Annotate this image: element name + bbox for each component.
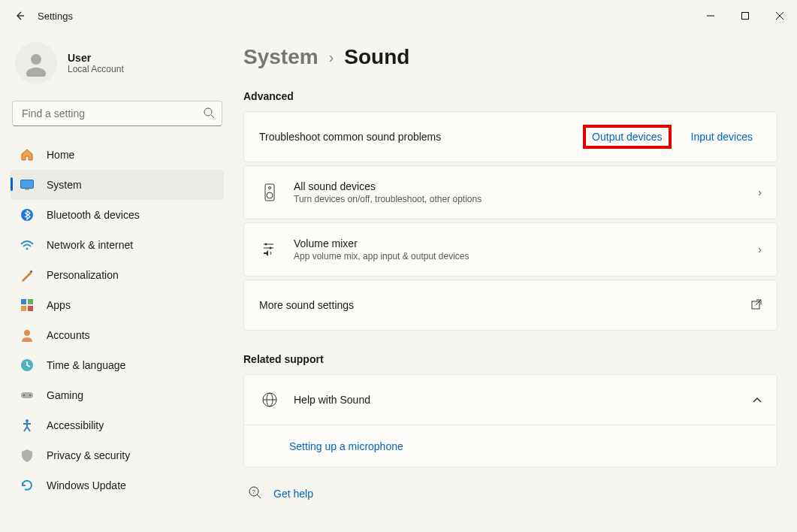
nav-accounts[interactable]: Accounts xyxy=(11,320,224,350)
row-title: Volume mixer xyxy=(294,237,752,249)
user-account-type: Local Account xyxy=(68,64,124,74)
network-icon xyxy=(20,240,35,250)
nav-label: Home xyxy=(47,149,74,161)
svg-rect-19 xyxy=(21,392,33,398)
row-help-sound[interactable]: Help with Sound xyxy=(244,375,777,425)
svg-rect-14 xyxy=(28,299,33,304)
back-button[interactable] xyxy=(6,2,33,29)
apps-icon xyxy=(20,298,35,312)
card-volume-mixer[interactable]: Volume mixer App volume mix, app input &… xyxy=(243,222,777,277)
personalization-icon xyxy=(20,268,35,282)
svg-point-5 xyxy=(26,68,46,77)
get-help-row[interactable]: ? Get help xyxy=(243,485,777,501)
row-subtitle: Turn devices on/off, troubleshoot, other… xyxy=(294,194,752,204)
svg-rect-13 xyxy=(21,299,26,304)
minimize-button[interactable] xyxy=(693,4,728,28)
titlebar: Settings xyxy=(0,0,797,32)
svg-rect-1 xyxy=(742,13,749,20)
card-more-settings[interactable]: More sound settings xyxy=(243,280,777,331)
section-advanced: Advanced xyxy=(243,90,777,102)
svg-text:?: ? xyxy=(252,488,256,495)
nav-apps[interactable]: Apps xyxy=(11,290,224,320)
nav-label: Privacy & security xyxy=(47,449,130,461)
link-get-help[interactable]: Get help xyxy=(273,488,313,500)
svg-point-22 xyxy=(26,419,29,422)
section-related: Related support xyxy=(243,353,777,365)
search-icon xyxy=(203,107,215,119)
nav-gaming[interactable]: Gaming xyxy=(11,380,224,410)
svg-point-6 xyxy=(204,108,212,116)
user-name: User xyxy=(68,52,124,64)
open-external-icon xyxy=(751,299,762,312)
window-controls xyxy=(693,4,797,28)
nav-accessibility[interactable]: Accessibility xyxy=(11,410,224,440)
page-title: Sound xyxy=(344,45,409,69)
nav-personalization[interactable]: Personalization xyxy=(11,260,224,290)
nav-time[interactable]: Time & language xyxy=(11,350,224,380)
svg-point-4 xyxy=(31,54,41,65)
chevron-right-icon: › xyxy=(758,243,762,255)
breadcrumb-parent[interactable]: System xyxy=(243,45,318,69)
nav: Home System Bluetooth & devices Network … xyxy=(11,140,224,500)
svg-point-24 xyxy=(267,192,273,198)
row-title: All sound devices xyxy=(294,180,752,192)
globe-icon xyxy=(259,392,280,407)
card-all-devices[interactable]: All sound devices Turn devices on/off, t… xyxy=(243,165,777,219)
nav-privacy[interactable]: Privacy & security xyxy=(11,440,224,470)
avatar xyxy=(15,42,57,84)
user-block[interactable]: User Local Account xyxy=(11,38,224,98)
nav-update[interactable]: Windows Update xyxy=(11,470,224,500)
maximize-button[interactable] xyxy=(728,4,762,28)
bluetooth-icon xyxy=(20,208,35,222)
chevron-up-icon xyxy=(753,394,762,406)
system-icon xyxy=(20,180,35,190)
home-icon xyxy=(20,148,35,162)
nav-network[interactable]: Network & internet xyxy=(11,230,224,260)
link-output-devices[interactable]: Output devices xyxy=(592,131,662,143)
svg-point-29 xyxy=(270,247,272,249)
link-setup-mic[interactable]: Setting up a microphone xyxy=(289,440,403,452)
devices-icon xyxy=(259,183,280,201)
nav-label: Gaming xyxy=(47,389,83,401)
breadcrumb: System › Sound xyxy=(243,45,777,69)
nav-home[interactable]: Home xyxy=(11,140,224,170)
accessibility-icon xyxy=(20,419,35,432)
search-input[interactable] xyxy=(12,101,222,126)
svg-line-7 xyxy=(211,115,214,118)
row-title: Troubleshoot common sound problems xyxy=(259,131,583,143)
chevron-right-icon: › xyxy=(758,186,762,198)
nav-system[interactable]: System xyxy=(11,170,224,200)
nav-label: Apps xyxy=(47,299,71,311)
gaming-icon xyxy=(20,390,35,401)
svg-rect-8 xyxy=(21,180,34,189)
subrow-mic-setup[interactable]: Setting up a microphone xyxy=(244,425,777,467)
nav-label: Network & internet xyxy=(47,239,133,251)
nav-label: System xyxy=(47,179,82,191)
card-troubleshoot: Troubleshoot common sound problems Outpu… xyxy=(243,111,777,162)
svg-point-27 xyxy=(265,243,267,246)
sidebar: User Local Account Home System Bluetooth… xyxy=(0,32,233,532)
nav-label: Personalization xyxy=(47,269,119,281)
row-title: Help with Sound xyxy=(294,394,747,406)
close-button[interactable] xyxy=(762,4,797,28)
svg-rect-15 xyxy=(21,306,26,311)
nav-label: Time & language xyxy=(47,359,125,371)
accounts-icon xyxy=(20,328,35,342)
svg-rect-9 xyxy=(25,189,29,190)
svg-point-25 xyxy=(269,187,271,189)
chevron-right-icon: › xyxy=(329,49,334,66)
help-icon: ? xyxy=(248,485,261,501)
nav-label: Windows Update xyxy=(47,479,126,491)
privacy-icon xyxy=(20,449,35,462)
svg-point-11 xyxy=(26,248,29,250)
row-troubleshoot: Troubleshoot common sound problems Outpu… xyxy=(244,112,777,162)
link-input-devices[interactable]: Input devices xyxy=(682,126,762,147)
svg-point-20 xyxy=(23,394,25,396)
svg-point-17 xyxy=(24,330,30,336)
card-help-sound: Help with Sound Setting up a microphone xyxy=(243,374,777,467)
nav-bluetooth[interactable]: Bluetooth & devices xyxy=(11,200,224,230)
time-icon xyxy=(20,358,35,372)
update-icon xyxy=(20,479,35,492)
nav-label: Accounts xyxy=(47,329,90,341)
svg-rect-16 xyxy=(28,306,33,311)
